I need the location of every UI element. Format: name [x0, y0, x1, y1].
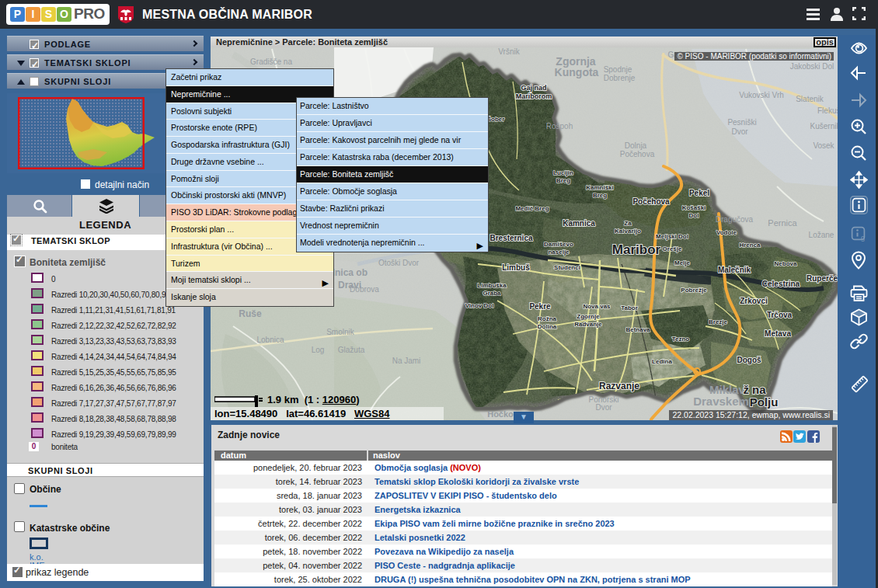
- svg-text:Dogoš: Dogoš: [737, 356, 761, 364]
- svg-text:Zrkovci: Zrkovci: [740, 297, 768, 305]
- svg-text:Medič Breg: Medič Breg: [515, 205, 549, 212]
- svg-text:Na Jami: Na Jami: [392, 357, 421, 365]
- svg-text:Tabor: Tabor: [621, 304, 638, 311]
- svg-text:Graba: Graba: [483, 290, 501, 297]
- svg-text:Tezno: Tezno: [672, 336, 690, 343]
- svg-text:Vukovski Vrh: Vukovski Vrh: [739, 91, 784, 99]
- svg-text:Košaški: Košaški: [682, 204, 706, 211]
- svg-text:Počehova: Počehova: [632, 197, 670, 206]
- svg-text:Dolina: Dolina: [538, 323, 557, 330]
- svg-text:Bresternica: Bresternica: [490, 234, 532, 242]
- svg-text:Kušernik: Kušernik: [810, 122, 838, 130]
- svg-text:Gaj nad: Gaj nad: [521, 84, 546, 92]
- svg-text:Počehova: Počehova: [620, 150, 655, 158]
- svg-text:Kamnica: Kamnica: [563, 219, 595, 228]
- svg-text:Breg: Breg: [556, 177, 570, 184]
- svg-text:Vodole: Vodole: [716, 229, 737, 236]
- svg-text:Dvor: Dvor: [595, 403, 612, 412]
- svg-text:Dragučova: Dragučova: [716, 215, 754, 224]
- svg-text:Dobrenje: Dobrenje: [604, 74, 636, 82]
- svg-text:Lucijin: Lucijin: [553, 169, 573, 176]
- svg-text:Melje: Melje: [674, 259, 691, 266]
- svg-text:Smolnik: Smolnik: [326, 328, 355, 336]
- svg-text:Ruperče: Ruperče: [807, 274, 838, 283]
- svg-text:Pekre: Pekre: [529, 302, 551, 311]
- svg-text:Dolnja: Dolnja: [625, 141, 647, 150]
- svg-text:Pobrežje: Pobrežje: [681, 287, 707, 294]
- svg-text:g: g: [861, 234, 865, 242]
- svg-text:Razvanje: Razvanje: [599, 381, 639, 391]
- svg-text:Vršnik: Vršnik: [498, 47, 520, 56]
- svg-text:Breg: Breg: [593, 192, 607, 199]
- svg-text:Rožna: Rožna: [538, 315, 557, 322]
- svg-text:Meljski Dol: Meljski Dol: [656, 233, 688, 240]
- svg-text:Flekušek: Flekušek: [817, 106, 838, 115]
- svg-text:Orešje: Orešje: [663, 245, 682, 252]
- svg-text:Log: Log: [312, 346, 325, 354]
- svg-text:Dravskem: Dravskem: [693, 395, 749, 408]
- svg-text:Pekel: Pekel: [689, 189, 709, 197]
- svg-text:Dvor: Dvor: [731, 127, 748, 136]
- svg-text:Pernica: Pernica: [768, 218, 797, 228]
- svg-text:Gradišče na: Gradišče na: [250, 57, 292, 66]
- svg-text:Glažuta: Glažuta: [338, 346, 365, 354]
- svg-text:Brezje: Brezje: [709, 318, 728, 325]
- svg-text:Polju: Polju: [750, 395, 779, 409]
- svg-text:Ledina: Ledina: [652, 358, 672, 365]
- svg-text:naselje: naselje: [548, 249, 570, 256]
- svg-text:Nebova: Nebova: [775, 260, 797, 267]
- svg-text:Kalvarijo: Kalvarijo: [615, 228, 641, 235]
- svg-text:Maribor: Maribor: [612, 242, 661, 257]
- svg-text:Rošpoh: Rošpoh: [546, 122, 573, 130]
- svg-text:Celestrina: Celestrina: [762, 280, 800, 288]
- svg-text:Malečnik: Malečnik: [718, 266, 751, 274]
- svg-text:Hočko: Hočko: [487, 409, 514, 419]
- svg-text:Trčova: Trčova: [767, 311, 793, 319]
- svg-text:Hrenca: Hrenca: [739, 242, 761, 249]
- svg-text:Dravi: Dravi: [338, 280, 361, 291]
- svg-text:Jakobski Dol: Jakobski Dol: [790, 62, 834, 71]
- svg-text:Kamniški: Kamniški: [586, 184, 614, 191]
- svg-text:Lobnica: Lobnica: [256, 336, 284, 344]
- svg-text:Radvanje: Radvanje: [574, 321, 602, 328]
- svg-text:Spodnje: Spodnje: [604, 65, 632, 74]
- svg-text:Betnava: Betnava: [625, 326, 650, 333]
- svg-text:Limbuš: Limbuš: [502, 263, 530, 272]
- svg-text:Otoški Dvor: Otoški Dvor: [378, 259, 420, 267]
- svg-text:Pesniški: Pesniški: [727, 118, 756, 127]
- svg-text:Zgornje: Zgornje: [577, 313, 600, 320]
- svg-text:Mariborom: Mariborom: [516, 92, 552, 100]
- svg-text:Vinov Dol: Vinov Dol: [465, 302, 494, 309]
- svg-text:Dol: Dol: [689, 212, 699, 219]
- svg-text:Slatenik: Slatenik: [796, 95, 824, 103]
- svg-text:Damiševo: Damiševo: [544, 241, 573, 248]
- svg-text:Ruše: Ruše: [239, 308, 262, 319]
- svg-text:Ložane: Ložane: [809, 231, 834, 239]
- svg-text:Vosek: Vosek: [813, 141, 834, 150]
- svg-text:Nova vas: Nova vas: [583, 303, 611, 310]
- svg-text:Studenci: Studenci: [554, 264, 580, 271]
- svg-text:Metava: Metava: [765, 329, 791, 338]
- svg-text:ž na: ž na: [743, 383, 766, 396]
- svg-text:Limbuška: Limbuška: [477, 282, 507, 289]
- svg-text:Kungota: Kungota: [555, 66, 599, 78]
- svg-text:Za: Za: [624, 220, 632, 227]
- svg-text:Šober: Šober: [487, 116, 505, 123]
